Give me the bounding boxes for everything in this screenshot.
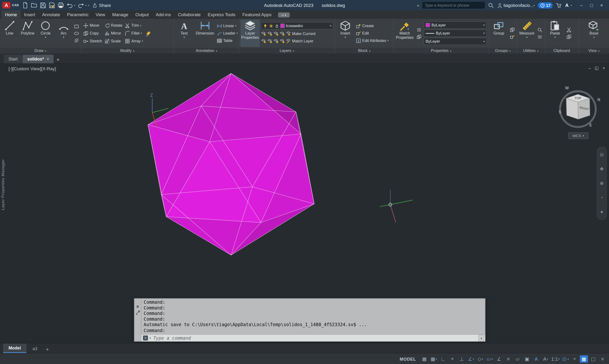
copy-clip-button[interactable] <box>566 34 571 39</box>
ribbon-tab-insert[interactable]: Insert <box>21 11 39 19</box>
leader-button[interactable]: Leader▾ <box>217 30 238 37</box>
keyword-search-input[interactable] <box>422 2 485 9</box>
search-icon[interactable] <box>488 2 494 8</box>
customize-toggle[interactable]: ≡ <box>598 355 607 363</box>
quick-select-button[interactable] <box>537 27 543 32</box>
copy-button[interactable]: Copy <box>83 30 102 37</box>
model-space-indicator[interactable]: MODEL <box>400 357 416 362</box>
annotation-monitor-toggle[interactable]: + <box>570 355 579 363</box>
panel-label-layers[interactable]: Layers <box>239 48 335 53</box>
saveas-button[interactable] <box>48 2 55 9</box>
edit-attributes-button[interactable]: AEdit Attributes▾ <box>355 37 388 44</box>
viewcube-south-label[interactable]: S <box>559 110 561 114</box>
erase-button[interactable] <box>146 30 151 36</box>
hatch-button[interactable] <box>74 37 79 43</box>
properties-list-icon[interactable] <box>416 27 422 32</box>
ribbon-tab-manage[interactable]: Manage <box>109 11 132 19</box>
clean-screen-toggle[interactable]: ▢ <box>589 355 597 363</box>
scale-button[interactable]: Scale <box>104 38 122 44</box>
app-menu-button[interactable]: A <box>2 2 11 9</box>
rotate-button[interactable]: Rotate <box>104 22 122 29</box>
command-input[interactable] <box>153 335 477 341</box>
graphics-performance-toggle[interactable]: ▦ <box>580 355 588 363</box>
viewcube-west-label[interactable]: W <box>565 86 569 90</box>
panel-label-draw[interactable]: Draw <box>0 48 81 53</box>
quick-calc-button[interactable] <box>537 34 543 39</box>
panel-label-annotation[interactable]: Annotation <box>174 48 239 53</box>
paste-button[interactable]: Paste▾ <box>546 20 564 47</box>
ribbon-tab-output[interactable]: Output <box>132 11 152 19</box>
new-button[interactable] <box>22 2 28 9</box>
layer-dropdown[interactable]: Icosaedro ▾ <box>261 22 333 29</box>
object-snap-toggle[interactable]: ▭▾ <box>486 355 494 363</box>
file-tab-close-icon[interactable]: × <box>47 57 49 62</box>
command-input-row[interactable]: > ▾ ▲ <box>141 334 485 341</box>
polar-tracking-toggle[interactable]: ∠▾ <box>467 355 475 363</box>
pan-icon[interactable]: ✥ <box>600 166 604 171</box>
infer-constraints-toggle[interactable]: ∟ <box>439 355 447 363</box>
isodraft-toggle[interactable]: ◇▾ <box>476 355 484 363</box>
plot-button[interactable] <box>57 2 64 9</box>
layer-tool-icon[interactable] <box>261 38 266 43</box>
ribbon-tab-add-ins[interactable]: Add-ins <box>152 11 174 19</box>
store-cart-icon[interactable] <box>556 2 562 8</box>
command-window-customize-icon[interactable] <box>135 310 140 315</box>
viewcube-north-label[interactable]: N <box>597 97 600 102</box>
annotation-scale-toggle[interactable]: 1:1▾ <box>551 355 560 363</box>
command-window[interactable]: ⋮⋮⋮⋮ × Command:Command:Command:Command:A… <box>134 298 485 342</box>
group-edit-button[interactable] <box>509 34 515 39</box>
ribbon-display-toggle[interactable]: ▭▾ <box>278 13 290 17</box>
layer-tool-icon[interactable] <box>261 31 266 36</box>
save-button[interactable] <box>39 2 46 9</box>
panel-label-properties[interactable]: Properties <box>394 48 488 53</box>
file-tab-start[interactable]: Start <box>4 55 22 63</box>
dimension-button[interactable]: Dimension <box>194 20 215 47</box>
measure-button[interactable]: Measure▾ <box>518 20 535 47</box>
panel-label-utilities[interactable]: Utilities <box>517 48 544 53</box>
redo-caret-icon[interactable]: ▾ <box>85 4 87 6</box>
match-properties-button[interactable]: Match Properties <box>395 20 415 47</box>
app-menu-caret-icon[interactable]: ▾ <box>570 4 571 6</box>
steering-wheel-icon[interactable]: ◎ <box>600 152 604 157</box>
layout-tab-a3[interactable]: a3 <box>27 344 43 353</box>
rectangle-button[interactable] <box>74 24 79 29</box>
close-button[interactable]: × <box>596 1 607 10</box>
annotation-autoscale-toggle[interactable]: A▾ <box>542 355 550 363</box>
panel-label-view[interactable]: View <box>579 48 609 53</box>
layer-tool-icon[interactable] <box>280 38 285 43</box>
new-layout-button[interactable]: + <box>44 345 52 353</box>
panel-label-groups[interactable]: Groups <box>489 48 517 53</box>
polyline-button[interactable]: Polyline <box>19 20 36 47</box>
ribbon-tab-parametric[interactable]: Parametric <box>64 11 92 19</box>
cut-button[interactable] <box>566 27 571 32</box>
line-button[interactable]: Line <box>1 20 18 47</box>
layer-properties-palette-tab[interactable]: Layer Properties Manager <box>0 150 5 219</box>
qat-menu-caret-icon[interactable]: ▾ <box>88 4 89 6</box>
command-scroll-up-icon[interactable]: ▲ <box>479 335 484 341</box>
make-current-button[interactable]: Make Current <box>286 30 316 37</box>
linetype-dropdown[interactable]: ByLayer ▾ <box>424 38 487 45</box>
layer-tool-icon[interactable] <box>273 31 279 36</box>
orbit-icon[interactable]: ◔ <box>600 195 603 201</box>
trim-button[interactable]: Trim▾ <box>125 22 143 29</box>
autodesk-app-button[interactable]: A <box>565 3 569 8</box>
group-button[interactable]: Group <box>490 20 507 47</box>
command-window-grip[interactable]: ⋮⋮⋮⋮ × <box>134 299 141 341</box>
zoom-icon[interactable]: ⊕ <box>600 181 604 186</box>
panel-label-modify[interactable]: Modify <box>81 48 173 53</box>
edit-block-button[interactable]: Edit <box>355 30 388 37</box>
circle-button[interactable]: Circle▾ <box>37 20 54 47</box>
ungroup-button[interactable] <box>509 27 515 32</box>
array-button[interactable]: Array▾ <box>125 38 143 44</box>
selection-cycling-toggle[interactable]: ▣ <box>523 355 531 363</box>
drawing-area[interactable]: Z [-][Custom View][X-Ray] – ◱ × Layer Pr… <box>0 63 609 343</box>
command-history[interactable]: Command:Command:Command:Command:Automati… <box>141 299 485 334</box>
layer-tool-icon[interactable] <box>267 31 272 36</box>
base-view-button[interactable]: Base▾ <box>585 20 603 47</box>
arc-button[interactable]: Arc▾ <box>55 20 72 47</box>
ortho-mode-toggle[interactable]: ⊥ <box>458 355 466 363</box>
viewport-close-icon[interactable]: × <box>603 65 605 70</box>
insert-block-button[interactable]: Insert▾ <box>336 20 355 47</box>
lineweight-dropdown[interactable]: ByLayer ▾ <box>424 29 487 37</box>
maximize-button[interactable]: □ <box>586 1 596 10</box>
